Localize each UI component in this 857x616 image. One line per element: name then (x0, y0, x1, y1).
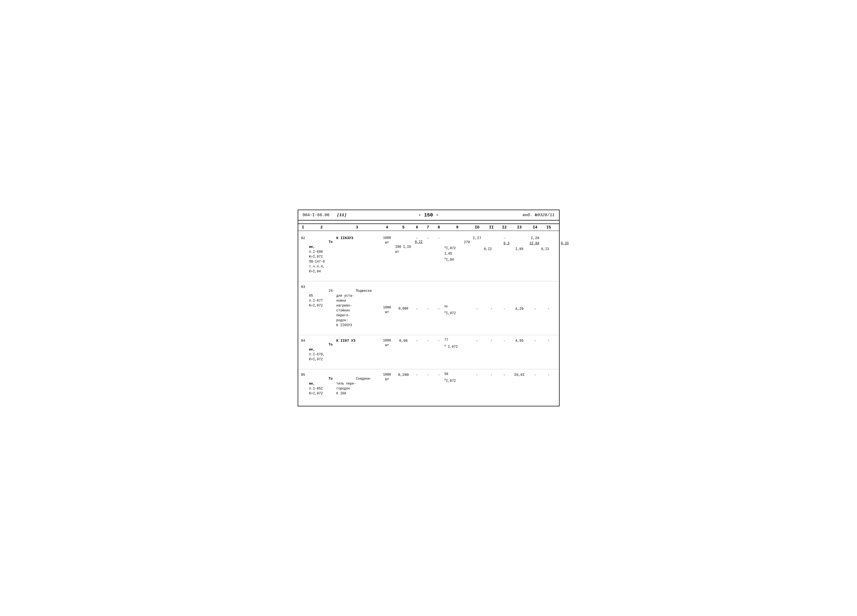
row-95-col10: - (470, 371, 484, 378)
header-left: 904-I-66.86 (11) (303, 213, 366, 218)
row-94-col8: - (433, 337, 444, 344)
row-94-col2: То же, п.I-679, K=I,072 (308, 337, 335, 367)
col-header-11: II (484, 225, 499, 229)
table-row: 92 То же, п.I-698 K=I,072 П8-147-8 т.ч.п… (298, 232, 559, 282)
row-95-col3: Соедини- тель пере- городок К I68 (335, 371, 379, 401)
row-95-col7: - (422, 371, 433, 378)
row-92-num: 92 (298, 235, 308, 241)
table-area: I 2 3 4 5 6 7 8 9 IO II I2 I3 I4 I5 92 (298, 223, 559, 406)
row-93-col4: 1000 шт (379, 283, 395, 315)
row-93-num: 93 (298, 283, 308, 289)
row-94-col15: - (541, 337, 556, 344)
col-header-7: 7 (422, 225, 433, 229)
header-right: инб. №9328/11 (492, 213, 555, 218)
row-92-col10: I,I7 (470, 235, 484, 241)
row-94-col5: 0,06 (395, 337, 412, 344)
row-93-col15: - (541, 283, 556, 311)
col-header-8: 8 (433, 225, 444, 229)
data-rows: 92 То же, п.I-698 K=I,072 П8-147-8 т.ч.п… (298, 231, 559, 403)
col-header-3: 3 (335, 225, 379, 229)
row-93-col10: - (470, 283, 484, 311)
col-header-13: I3 (510, 225, 529, 229)
col-header-5: 5 (395, 225, 412, 229)
row-92-col12: - (499, 235, 510, 241)
row-93-col13: 4,29 (510, 283, 529, 311)
row-95-col14: - (529, 371, 541, 378)
row-94-col3: К II67 У3 (335, 337, 379, 344)
header-center: - 150 - (366, 212, 492, 218)
row-95-col11: - (484, 371, 499, 378)
doc-number: 904-I-66.86 (303, 213, 329, 218)
row-92-col15: 0,33 0,I3 (541, 235, 556, 258)
row-95-num: 95 (298, 371, 308, 378)
row-92-col2: То же, п.I-698 K=I,072 П8-147-8 т.ч.п.4,… (308, 235, 335, 279)
row-92-col9: 270 xI,072 I,65 xI,04 (444, 235, 470, 268)
table-row: 95 То же, п.I-852 K=I,072 Соедини- тель … (298, 369, 559, 403)
row-94-col12: - (499, 337, 510, 344)
row-93-col7: - (422, 283, 433, 311)
row-94-col7: - (422, 337, 433, 344)
column-headers-wrapper: I 2 3 4 5 6 7 8 9 IO II I2 I3 I4 I5 (298, 223, 559, 231)
row-92-col5: 0,II I00 I,IO шт (395, 235, 412, 259)
row-93-col11: - (484, 283, 499, 311)
row-94-col9: 77x I,072 (444, 337, 470, 350)
page: 904-I-66.86 (11) - 150 - инб. №9328/11 I… (298, 210, 560, 406)
row-95-col5: 0,280 (395, 371, 412, 378)
row-94-col4: 1000 шт (379, 337, 395, 348)
row-94-col14: - (529, 337, 541, 344)
col-header-6: 6 (412, 225, 422, 229)
row-93-col2: 24-05 п.I-677 K=I,072 (308, 283, 335, 313)
doc-number-italic: (11) (337, 213, 347, 218)
row-95-col6: - (412, 371, 422, 378)
col-header-10: IO (470, 225, 484, 229)
row-92-col6: - (412, 235, 422, 241)
row-95-col9: 56xI,072 (444, 371, 470, 384)
table-row: 94 То же, п.I-679, K=I,072 К II67 У3 100… (298, 335, 559, 369)
row-95-col8: - (433, 371, 444, 378)
row-94-col10: - (470, 337, 484, 344)
col-header-2: 2 (308, 225, 335, 229)
row-94-num: 94 (298, 337, 308, 344)
row-95-col15: - (541, 371, 556, 378)
table-row: 93 24-05 п.I-677 K=I,072 Подвески для ус… (298, 282, 559, 335)
row-93-col3: Подвески для уста- новки нагрево- стойки… (335, 283, 379, 333)
col-header-12: I2 (499, 225, 510, 229)
row-92-col13: 3I,84 I,89 (510, 235, 529, 258)
row-92-col3: К II63У3 (335, 235, 379, 241)
row-95-col13: I6,8I (510, 371, 529, 378)
row-92-col11: 0,3 0,I2 (484, 235, 499, 258)
row-95-col2: То же, п.I-852 K=I,072 (308, 371, 335, 401)
row-92-col14: I,29 (529, 235, 541, 241)
row-93-col12: - (499, 283, 510, 311)
row-93-col6: - (412, 283, 422, 311)
row-94-col11: - (484, 337, 499, 344)
row-93-col9: 50xI,072 (444, 283, 470, 316)
column-headers: I 2 3 4 5 6 7 8 9 IO II I2 I3 I4 I5 (298, 224, 559, 231)
row-93-col5: 0,080 (395, 283, 412, 311)
row-93-col14: - (529, 283, 541, 311)
page-header: 904-I-66.86 (11) - 150 - инб. №9328/11 (298, 210, 559, 221)
row-92-col8: - (433, 235, 444, 241)
row-93-col8: - (433, 283, 444, 311)
col-header-15: I5 (541, 225, 556, 229)
col-header-9: 9 (444, 225, 470, 229)
col-header-14: I4 (529, 225, 541, 229)
row-94-col6: - (412, 337, 422, 344)
row-92-col7: - (422, 235, 433, 241)
row-95-col4: 1000 шт (379, 371, 395, 382)
col-header-1: I (298, 225, 308, 229)
row-94-col13: 4,95 (510, 337, 529, 344)
row-92-col4: 1000 шт (379, 235, 395, 245)
row-95-col12: - (499, 371, 510, 378)
col-header-4: 4 (379, 225, 395, 229)
